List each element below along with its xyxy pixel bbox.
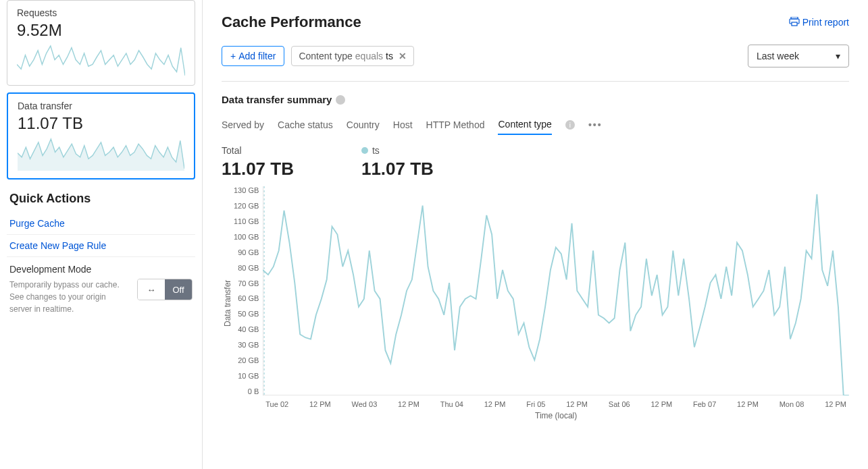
y-tick: 80 GB bbox=[238, 264, 259, 272]
pie-icon bbox=[336, 95, 345, 105]
quick-action-purge-cache[interactable]: Purge Cache bbox=[7, 213, 195, 234]
y-tick: 20 GB bbox=[238, 356, 259, 364]
metric-card-value: 9.52M bbox=[17, 21, 185, 40]
x-tick: 12 PM bbox=[309, 400, 331, 408]
tab-content-type[interactable]: Content type bbox=[498, 115, 551, 135]
x-tick: 12 PM bbox=[398, 400, 419, 408]
x-tick: 12 PM bbox=[825, 400, 846, 408]
quick-action-create-new-page-rule[interactable]: Create New Page Rule bbox=[7, 234, 195, 256]
x-tick: 12 PM bbox=[737, 400, 759, 408]
y-tick: 50 GB bbox=[238, 310, 259, 318]
tab-http-method[interactable]: HTTP Method bbox=[426, 115, 485, 134]
x-tick: 12 PM bbox=[566, 400, 588, 408]
total-block-ts: ts11.07 TB bbox=[361, 145, 434, 180]
x-axis-label: Time (local) bbox=[263, 411, 849, 420]
remove-filter-icon[interactable]: ✕ bbox=[399, 51, 407, 61]
y-tick: 100 GB bbox=[234, 233, 259, 241]
quick-actions-heading: Quick Actions bbox=[9, 192, 193, 206]
filter-chip-content-type[interactable]: Content type equals ts ✕ bbox=[291, 46, 414, 66]
metric-card-requests[interactable]: Requests9.52M bbox=[7, 0, 195, 86]
tab-served-by[interactable]: Served by bbox=[222, 115, 264, 134]
metric-card-label: Data transfer bbox=[18, 101, 184, 111]
info-icon[interactable]: i bbox=[565, 120, 575, 130]
summary-title: Data transfer summary bbox=[222, 94, 332, 105]
tab-country[interactable]: Country bbox=[347, 115, 380, 134]
toggle-arrows-icon: ↔ bbox=[138, 279, 165, 300]
metric-card-data-transfer[interactable]: Data transfer11.07 TB bbox=[7, 92, 195, 180]
y-tick: 10 GB bbox=[238, 372, 259, 380]
x-tick: Wed 03 bbox=[352, 400, 378, 408]
x-tick: Sat 06 bbox=[609, 400, 630, 408]
y-tick: 0 B bbox=[248, 387, 259, 395]
legend-dot-icon bbox=[361, 147, 368, 154]
toggle-off-label: Off bbox=[165, 279, 192, 300]
time-range-select[interactable]: Last week ▾ bbox=[748, 45, 849, 67]
total-block-total: Total11.07 TB bbox=[222, 145, 294, 180]
y-tick: 30 GB bbox=[238, 341, 259, 349]
x-tick: Mon 08 bbox=[780, 400, 805, 408]
dev-mode-title: Development Mode bbox=[9, 264, 193, 275]
y-tick: 60 GB bbox=[238, 294, 259, 302]
y-tick: 110 GB bbox=[234, 217, 259, 225]
chevron-down-icon: ▾ bbox=[836, 51, 840, 61]
y-tick: 40 GB bbox=[238, 325, 259, 333]
sparkline bbox=[18, 137, 184, 171]
x-tick: 12 PM bbox=[650, 400, 672, 408]
plus-icon: + bbox=[230, 51, 236, 61]
x-tick: 12 PM bbox=[484, 400, 506, 408]
y-tick: 90 GB bbox=[238, 248, 259, 256]
x-tick: Thu 04 bbox=[440, 400, 463, 408]
y-tick: 120 GB bbox=[234, 202, 259, 210]
data-transfer-chart: Data transfer 130 GB120 GB110 GB100 GB90… bbox=[222, 186, 849, 420]
y-axis-label: Data transfer bbox=[222, 186, 234, 420]
print-report-link[interactable]: Print report bbox=[789, 17, 849, 28]
tab-cache-status[interactable]: Cache status bbox=[278, 115, 333, 134]
dev-mode-toggle[interactable]: ↔ Off bbox=[137, 279, 193, 300]
tab-host[interactable]: Host bbox=[393, 115, 413, 134]
x-tick: Tue 02 bbox=[265, 400, 288, 408]
metric-card-label: Requests bbox=[17, 7, 185, 18]
dev-mode-description: Temporarily bypass our cache. See change… bbox=[9, 279, 130, 315]
metric-card-value: 11.07 TB bbox=[18, 114, 184, 133]
add-filter-button[interactable]: + Add filter bbox=[222, 46, 284, 66]
x-tick: Feb 07 bbox=[693, 400, 716, 408]
print-icon bbox=[789, 17, 800, 28]
page-title: Cache Performance bbox=[222, 13, 361, 31]
svg-rect-2 bbox=[792, 22, 797, 26]
y-tick: 130 GB bbox=[234, 186, 259, 194]
y-tick: 70 GB bbox=[238, 279, 259, 287]
sparkline bbox=[17, 44, 185, 78]
x-tick: Fri 05 bbox=[526, 400, 545, 408]
more-tabs-button[interactable]: ••• bbox=[588, 119, 603, 130]
